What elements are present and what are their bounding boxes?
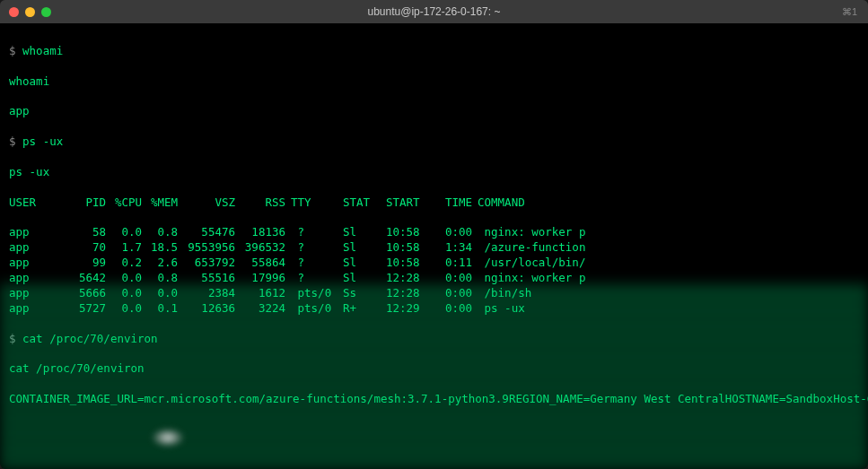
col-cpu: %CPU	[111, 195, 147, 211]
maximize-icon[interactable]	[41, 7, 51, 17]
close-icon[interactable]	[9, 7, 19, 17]
col-time: TIME	[434, 195, 478, 211]
cell-rss: 396532	[241, 240, 291, 256]
cell-mem: 0.8	[147, 225, 183, 240]
cell-vsz: 55476	[183, 225, 241, 240]
cell-start: 10:58	[386, 240, 434, 256]
col-pid: PID	[66, 195, 111, 211]
cell-tty: ?	[291, 240, 343, 256]
output-line: whoami	[9, 74, 859, 90]
command-input: ps -ux	[22, 135, 63, 148]
cell-vsz: 653792	[183, 256, 241, 271]
col-stat: STAT	[343, 195, 386, 211]
cell-stat: Sl	[343, 240, 386, 256]
cell-command: /azure-function	[478, 240, 859, 256]
cell-time: 0:11	[434, 256, 478, 271]
cell-pid: 99	[66, 256, 111, 271]
cell-user: app	[9, 240, 66, 256]
col-user: USER	[9, 195, 66, 211]
col-mem: %MEM	[147, 195, 183, 211]
cell-rss: 18136	[241, 225, 291, 240]
cell-mem: 2.6	[147, 256, 183, 271]
cell-vsz: 9553956	[183, 240, 241, 256]
ps-row: app990.22.665379255864 ?Sl10:580:11 /usr…	[9, 256, 859, 271]
command-input: whoami	[22, 44, 63, 57]
cell-user: app	[9, 225, 66, 240]
traffic-lights	[9, 7, 51, 17]
cell-mem: 18.5	[147, 240, 183, 256]
prompt-line: $ whoami	[9, 44, 859, 59]
col-tty: TTY	[291, 195, 343, 211]
col-start: START	[386, 195, 434, 211]
terminal-window: ubuntu@ip-172-26-0-167: ~ ⌘1 $ whoami wh…	[0, 0, 868, 469]
ps-row: app580.00.85547618136 ?Sl10:580:00 nginx…	[9, 225, 859, 240]
redacted-region	[0, 283, 868, 469]
titlebar[interactable]: ubuntu@ip-172-26-0-167: ~ ⌘1	[0, 0, 868, 23]
cell-command: /usr/local/bin/	[478, 256, 859, 271]
cell-pid: 58	[66, 225, 111, 240]
prompt-symbol: $	[9, 135, 16, 148]
cell-time: 0:00	[434, 225, 478, 240]
cell-start: 10:58	[386, 225, 434, 240]
shortcut-hint: ⌘1	[842, 6, 857, 18]
cell-command: nginx: worker p	[478, 225, 859, 240]
col-rss: RSS	[241, 195, 291, 211]
cell-rss: 55864	[241, 256, 291, 271]
cell-cpu: 0.2	[111, 256, 147, 271]
window-title: ubuntu@ip-172-26-0-167: ~	[368, 5, 501, 18]
cell-tty: ?	[291, 256, 343, 271]
cell-stat: Sl	[343, 256, 386, 271]
prompt-symbol: $	[9, 44, 16, 57]
output-line: ps -ux	[9, 165, 859, 180]
cell-pid: 70	[66, 240, 111, 256]
cell-cpu: 1.7	[111, 240, 147, 256]
cell-time: 1:34	[434, 240, 478, 256]
cell-tty: ?	[291, 225, 343, 240]
col-command: COMMAND	[478, 195, 859, 211]
cell-user: app	[9, 256, 66, 271]
output-line: app	[9, 104, 859, 119]
ps-header-row: USERPID%CPU%MEMVSZRSSTTYSTATSTARTTIMECOM…	[9, 195, 859, 211]
cell-cpu: 0.0	[111, 225, 147, 240]
col-vsz: VSZ	[183, 195, 241, 211]
ps-row: app701.718.59553956396532 ?Sl10:581:34 /…	[9, 240, 859, 256]
prompt-line: $ ps -ux	[9, 135, 859, 150]
terminal-viewport[interactable]: $ whoami whoami app $ ps -ux ps -ux USER…	[0, 23, 868, 469]
cell-start: 10:58	[386, 256, 434, 271]
cell-stat: Sl	[343, 225, 386, 240]
cursor-icon	[151, 428, 185, 447]
minimize-icon[interactable]	[25, 7, 35, 17]
